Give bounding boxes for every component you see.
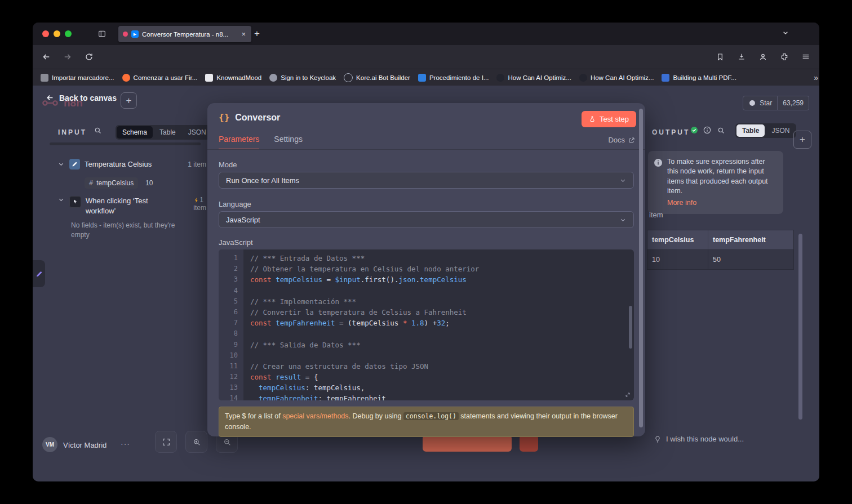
bookmarks-overflow-button[interactable]: »: [808, 73, 819, 82]
schema-field[interactable]: # tempCelsius: [85, 177, 138, 189]
input-node-edge-tab[interactable]: [33, 260, 45, 287]
downloads-button[interactable]: [734, 49, 749, 65]
hint-link[interactable]: special vars/methods: [282, 412, 348, 420]
back-to-canvas-button[interactable]: Back to canvas: [45, 93, 117, 102]
editor-resize-handle[interactable]: [624, 391, 631, 398]
modal-scrollbar[interactable]: [639, 109, 643, 427]
menu-button[interactable]: [798, 49, 814, 65]
new-tab-button[interactable]: +: [250, 27, 264, 41]
line-number: 12: [219, 372, 238, 382]
firefox-view-button[interactable]: [95, 27, 109, 41]
bookmark-label: KnowmadMood: [216, 74, 261, 81]
code-line[interactable]: // *** Salida de Datos ***: [250, 340, 634, 350]
output-column-header[interactable]: tempFahrenheit: [708, 230, 793, 249]
lightbulb-icon: [654, 435, 662, 443]
bookmark-item[interactable]: How Can AI Optimiz...: [493, 72, 574, 83]
code-token: : tempFahrenheit: [318, 394, 385, 400]
code-line[interactable]: [250, 286, 634, 296]
add-tab-button[interactable]: +: [121, 92, 137, 109]
code-line[interactable]: tempCelsius: tempCelsius,: [250, 382, 634, 393]
editor-code[interactable]: // *** Entrada de Datos ***// Obtener la…: [243, 249, 634, 400]
back-button[interactable]: [38, 49, 54, 65]
tab-parameters[interactable]: Parameters: [219, 135, 259, 150]
code-line[interactable]: // *** Implementación ***: [250, 296, 634, 307]
traffic-light-close[interactable]: [42, 30, 49, 37]
code-line[interactable]: [250, 350, 634, 361]
chevron-down-icon[interactable]: [57, 160, 65, 168]
bookmark-item[interactable]: How Can AI Optimiz...: [576, 72, 657, 83]
node-feedback-link[interactable]: I wish this node would...: [654, 435, 744, 443]
tab-close-button[interactable]: ×: [240, 30, 247, 38]
user-avatar[interactable]: VM: [42, 437, 57, 452]
n8n-favicon: [123, 32, 128, 37]
code-line[interactable]: // Convertir la temperatura de Celsius a…: [250, 307, 634, 318]
bookmark-item[interactable]: Sign in to Keycloak: [266, 72, 339, 83]
account-button[interactable]: [755, 49, 771, 65]
bookmark-item[interactable]: Importar marcadore...: [37, 72, 118, 83]
bookmark-favicon: [344, 73, 353, 82]
traffic-light-zoom[interactable]: [65, 30, 72, 37]
user-menu-button[interactable]: ···: [121, 439, 130, 448]
code-line[interactable]: // Obtener la temperatura en Celsius del…: [250, 264, 634, 274]
code-editor[interactable]: 1234567891011121314 // *** Entrada de Da…: [219, 249, 634, 400]
code-line[interactable]: [250, 328, 634, 339]
code-line[interactable]: // Crear una estructura de datos tipo JS…: [250, 361, 634, 372]
input-tab-table[interactable]: Table: [154, 126, 181, 139]
star-count[interactable]: 63,259: [778, 96, 809, 110]
list-all-tabs-button[interactable]: [781, 28, 790, 37]
mode-label: Mode: [219, 160, 237, 169]
mode-select[interactable]: Run Once for All Items: [219, 172, 634, 189]
code-token: const: [250, 275, 276, 284]
delete-button[interactable]: [520, 435, 538, 452]
output-cell: 50: [708, 249, 793, 269]
output-callout: To make sure expressions after this node…: [648, 151, 783, 214]
output-search-button[interactable]: [717, 126, 725, 135]
reload-button[interactable]: [81, 49, 97, 65]
output-tab-json[interactable]: JSON: [766, 124, 795, 137]
bookmark-item[interactable]: Building a Multi PDF...: [658, 72, 740, 83]
test-workflow-button[interactable]: [423, 435, 512, 452]
back-arrow-icon: [41, 52, 51, 62]
input-node-trigger[interactable]: When clicking ‘Test workflow’ 1 item: [57, 196, 206, 216]
browser-tab[interactable]: ▶ Conversor Temperatura - n8... ×: [118, 26, 251, 42]
code-token: ().: [386, 275, 399, 284]
bookmark-item[interactable]: KnowmadMood: [202, 72, 265, 83]
traffic-light-minimize[interactable]: [54, 30, 60, 37]
chevron-down-icon[interactable]: [57, 196, 65, 203]
output-column-header[interactable]: tempCelsius: [647, 230, 708, 249]
docs-link[interactable]: Docs: [608, 136, 635, 144]
code-line[interactable]: // *** Entrada de Datos ***: [250, 253, 634, 264]
output-table-row[interactable]: 1050: [647, 249, 793, 269]
code-line[interactable]: tempFahrenheit: tempFahrenheit: [250, 393, 634, 400]
editor-scrollbar[interactable]: [629, 306, 632, 349]
input-search-button[interactable]: [94, 126, 102, 135]
test-step-button[interactable]: Test step: [582, 111, 636, 127]
code-line[interactable]: const result = {: [250, 372, 634, 382]
bookmark-item[interactable]: Procedimiento de I...: [415, 72, 492, 83]
github-star-button[interactable]: Star: [743, 96, 778, 110]
output-scrollbar[interactable]: [798, 234, 802, 420]
info-icon[interactable]: [703, 126, 712, 135]
more-info-link[interactable]: More info: [667, 198, 696, 208]
output-plus-button[interactable]: +: [793, 131, 811, 149]
forward-button[interactable]: [60, 49, 76, 65]
language-select[interactable]: JavaScript: [219, 211, 634, 228]
input-horizontal-scrollbar[interactable]: [50, 142, 201, 145]
bookmark-item[interactable]: Kore.ai Bot Builder: [340, 72, 414, 84]
output-tab-table[interactable]: Table: [736, 124, 765, 137]
output-table: tempCelsiustempFahrenheit 1050: [647, 230, 794, 270]
code-line[interactable]: const tempFahrenheit = (tempCelsius * 1.…: [250, 318, 634, 328]
tab-settings[interactable]: Settings: [274, 135, 303, 150]
input-node-temperatura-celsius[interactable]: Temperatura Celsius 1 item: [57, 159, 206, 170]
zoom-in-button[interactable]: [185, 431, 207, 453]
pocket-bookmark-button[interactable]: [712, 49, 728, 65]
node-title[interactable]: Conversor: [235, 113, 280, 123]
code-line[interactable]: const tempCelsius = $input.first().json.…: [250, 274, 634, 285]
modal-tabs: Parameters Settings: [219, 135, 303, 150]
bookmark-label: Procedimiento de I...: [429, 74, 489, 81]
extensions-button[interactable]: [776, 49, 792, 65]
github-star-widget[interactable]: Star 63,259: [743, 96, 809, 110]
zoom-to-fit-button[interactable]: [155, 431, 177, 453]
input-tab-schema[interactable]: Schema: [117, 126, 153, 139]
bookmark-item[interactable]: Comenzar a usar Fir...: [119, 72, 201, 83]
